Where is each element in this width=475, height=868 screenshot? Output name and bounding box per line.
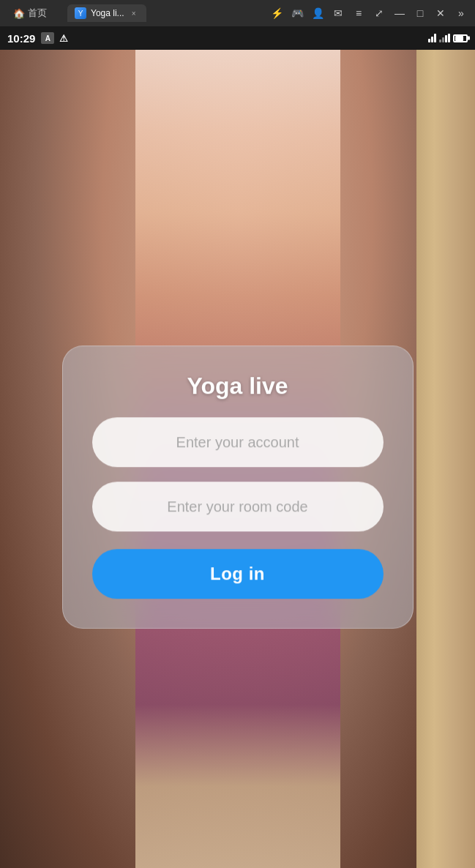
toolbar-icons: ⚡ 🎮 👤 ✉ ≡ ⤢ — □ ✕ » <box>269 5 469 21</box>
title-bar: 🏠 首页 Y Yoga li... × ⚡ 🎮 👤 ✉ ≡ ⤢ — □ ✕ » <box>0 0 475 26</box>
active-tab[interactable]: Y Yoga li... × <box>67 4 146 22</box>
tab-title-text: Yoga li... <box>91 8 124 18</box>
minimize-icon[interactable]: — <box>392 5 408 21</box>
app-screen: Yoga live Log in <box>0 50 475 868</box>
login-modal: Yoga live Log in <box>62 345 414 629</box>
status-time: 10:29 <box>7 32 35 45</box>
status-bar: 10:29 A ⚠ <box>0 26 475 50</box>
warning-icon: ⚠ <box>57 32 70 44</box>
mail-icon[interactable]: ✉ <box>330 5 346 21</box>
account-icon[interactable]: 👤 <box>310 5 326 21</box>
home-tab[interactable]: 🏠 首页 <box>6 4 64 23</box>
keyboard-icon: A <box>41 32 54 44</box>
room-code-input[interactable] <box>92 482 384 531</box>
status-right-icons <box>428 34 468 42</box>
more-icon[interactable]: » <box>453 5 469 21</box>
account-input[interactable] <box>92 417 384 467</box>
login-button[interactable]: Log in <box>92 549 384 599</box>
close-tab-button[interactable]: × <box>129 8 139 18</box>
home-icon: 🏠 <box>13 8 25 19</box>
home-label: 首页 <box>28 7 47 20</box>
wifi-icon <box>428 34 436 42</box>
modal-title: Yoga live <box>187 373 288 400</box>
lightning-icon[interactable]: ⚡ <box>269 5 285 21</box>
controller-icon[interactable]: 🎮 <box>289 5 305 21</box>
battery-icon <box>453 34 468 42</box>
status-icons: A ⚠ <box>41 32 70 44</box>
signal-icon <box>439 34 450 42</box>
close-window-icon[interactable]: ✕ <box>433 5 449 21</box>
menu-icon[interactable]: ≡ <box>351 5 367 21</box>
maximize-icon[interactable]: □ <box>412 5 428 21</box>
tab-favicon: Y <box>75 7 86 19</box>
expand-icon[interactable]: ⤢ <box>371 5 387 21</box>
bg-door-right <box>416 50 475 868</box>
